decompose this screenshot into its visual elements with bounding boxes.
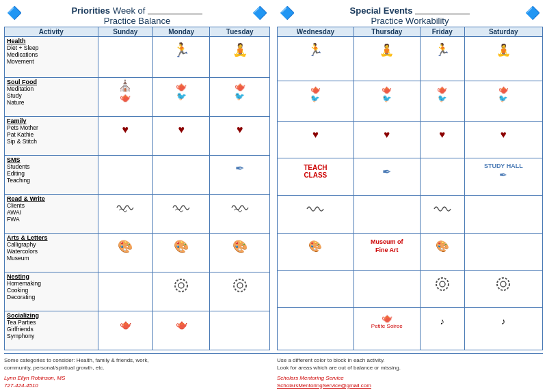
treadmill-icon: 🏃 <box>308 42 323 57</box>
bird-icon: 🐦 <box>438 94 447 103</box>
cell-r-nesting-fri <box>420 270 464 308</box>
activity-nesting: Nesting Homemaking Cooking Decorating <box>5 272 98 311</box>
cell-r-social-wed <box>278 308 354 350</box>
scribble-icon <box>230 201 250 214</box>
pen-icon: ✒ <box>235 162 244 175</box>
cell-social-tue <box>210 311 270 350</box>
svg-point-7 <box>501 281 506 287</box>
table-row: Read & Write Clients AWAI FWA <box>5 194 270 233</box>
author-name: Lynn Ellyn Robinson, MS <box>4 375 65 381</box>
footer-left: Some categories to consider: Health, fam… <box>4 356 270 389</box>
palette-icon: 🎨 <box>308 240 322 253</box>
svg-point-6 <box>497 278 509 290</box>
table-row: Nesting Homemaking Cooking Decorating <box>5 272 270 311</box>
left-panel-header: 🔷 Priorities Week of Practice Balance 🔷 <box>4 5 270 26</box>
activity-soul: Soul Food Meditation Study Nature <box>5 78 98 117</box>
cell-r-health-thu: 🧘 <box>353 37 420 81</box>
col-activity: Activity <box>5 27 98 37</box>
cell-sms-sun <box>98 155 152 194</box>
heart-icon: ♥ <box>178 124 185 136</box>
teapot-icon: 🫖 <box>382 85 392 94</box>
col-monday: Monday <box>152 27 210 37</box>
right-panel-right-icon: 🔷 <box>525 5 540 20</box>
title-underline <box>148 6 202 14</box>
cell-r-sms-wed: TEACH CLASS <box>278 158 354 196</box>
cell-r-family-thu: ♥ <box>353 121 420 158</box>
right-panel: 🔷 Special Events Practice Workability 🔷 … <box>277 5 543 350</box>
wreath-icon <box>174 278 189 293</box>
palette-icon: 🎨 <box>232 239 248 254</box>
table-row: SMS Students Editing Teaching ✒ <box>5 155 270 194</box>
yoga-icon: 🧘 <box>496 43 511 57</box>
footer-right: Use a different color to block in each a… <box>277 356 543 389</box>
yoga-icon: 🧘 <box>232 42 248 57</box>
cell-r-family-sat: ♥ <box>464 121 542 158</box>
svg-point-1 <box>178 283 184 288</box>
cell-r-social-fri: ♪ <box>420 308 464 350</box>
svg-point-4 <box>436 278 449 290</box>
svg-point-3 <box>237 283 243 288</box>
wreath-icon <box>435 277 450 292</box>
cell-rw-sun <box>98 194 152 233</box>
right-table: Wednesday Thursday Friday Saturday 🏃 🧘 <box>277 27 543 350</box>
cell-soul-tue: 🫖 🐦 <box>210 78 270 117</box>
teapot-icon: 🫖 <box>310 85 321 94</box>
table-row: Family Pets Mother Pat Kathie Sip & Stit… <box>5 117 270 156</box>
church-icon: ⛪ <box>118 79 132 92</box>
cell-social-mon: 🫖 <box>152 311 210 350</box>
heart-icon: ♥ <box>122 124 129 136</box>
bird-icon: 🐦 <box>310 94 320 103</box>
cell-r-soul-thu: 🫖 🐦 <box>353 81 420 121</box>
petite-soiree-label: Petite Soiree <box>371 323 403 329</box>
scribble-icon <box>172 201 191 214</box>
right-panel-header: 🔷 Special Events Practice Workability 🔷 <box>277 5 543 26</box>
cell-r-nesting-wed <box>278 270 354 308</box>
cell-r-social-thu: 🫖 Petite Soiree <box>353 308 420 350</box>
left-title-bold: Priorities <box>72 5 110 16</box>
cell-r-sms-thu: ✒ <box>353 158 420 196</box>
teapot-icon: 🫖 <box>437 85 447 94</box>
cell-rw-mon <box>152 194 210 233</box>
left-table: Activity Sunday Monday Tuesday Health Di… <box>4 27 270 350</box>
table-row: TEACH CLASS ✒ STUDY HALL ✒ <box>278 158 543 196</box>
pen-icon: ✒ <box>499 169 507 180</box>
right-titles: Special Events Practice Workability <box>297 5 522 26</box>
left-icon: 🔷 <box>7 5 22 20</box>
cell-social-sun: 🫖 <box>98 311 152 350</box>
cell-r-nesting-thu <box>353 270 420 308</box>
cell-r-soul-fri: 🫖 🐦 <box>420 81 464 121</box>
left-subtitle: Practice Balance <box>25 16 250 26</box>
cell-sms-tue: ✒ <box>210 155 270 194</box>
cell-rw-tue <box>210 194 270 233</box>
wreath-icon <box>232 278 248 293</box>
cell-r-arts-wed: 🎨 <box>278 233 354 270</box>
footer-area: Some categories to consider: Health, fam… <box>0 355 547 392</box>
author-phone: 727-424-4510 <box>4 382 38 389</box>
col-thursday: Thursday <box>353 27 420 37</box>
table-row <box>278 270 543 308</box>
cell-r-rw-wed <box>278 196 354 234</box>
music-icon: ♪ <box>440 316 444 326</box>
palette-icon: 🎨 <box>174 239 189 254</box>
activity-sms: SMS Students Editing Teaching <box>5 155 98 194</box>
email-link[interactable]: ScholarsMentoringService@gmail.com <box>277 382 371 389</box>
cell-health-sun <box>98 37 152 78</box>
cell-arts-sun: 🎨 <box>98 233 152 272</box>
bird-icon: 🐦 <box>498 94 508 103</box>
scribble-icon <box>433 202 452 216</box>
col-tuesday: Tuesday <box>210 27 270 37</box>
table-row: Soul Food Meditation Study Nature ⛪ 🫖 <box>5 78 270 117</box>
cell-r-family-fri: ♥ <box>420 121 464 158</box>
org-name: Scholars Mentoring Service <box>277 375 344 381</box>
yoga-icon: 🧘 <box>379 43 394 57</box>
col-friday: Friday <box>420 27 464 37</box>
palette-icon: 🎨 <box>118 239 133 254</box>
cell-r-social-sat: ♪ <box>464 308 542 350</box>
heart-icon: ♥ <box>501 128 507 140</box>
heart-icon: ♥ <box>237 124 243 136</box>
col-saturday: Saturday <box>464 27 542 37</box>
table-row: 🎨 Museum ofFine Art 🎨 <box>278 233 543 270</box>
svg-point-2 <box>234 279 246 292</box>
treadmill-icon: 🏃 <box>173 42 190 58</box>
teapot-icon: 🫖 <box>382 313 392 323</box>
